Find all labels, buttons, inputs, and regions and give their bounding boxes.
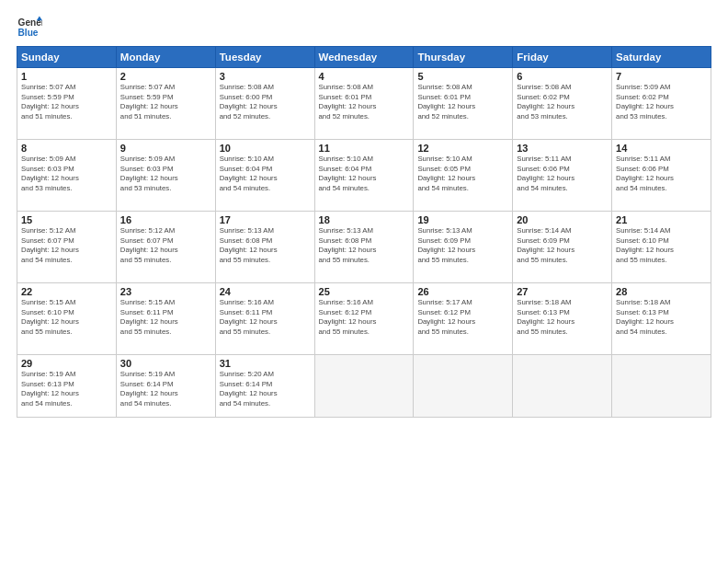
day-info: Sunrise: 5:16 AM Sunset: 6:11 PM Dayligh… [220,298,311,337]
day-info: Sunrise: 5:14 AM Sunset: 6:09 PM Dayligh… [517,226,608,265]
day-number: 19 [417,214,508,225]
header-row: SundayMondayTuesdayWednesdayThursdayFrid… [17,47,711,68]
week-row-3: 15Sunrise: 5:12 AM Sunset: 6:07 PM Dayli… [17,212,711,283]
day-cell-24: 24Sunrise: 5:16 AM Sunset: 6:11 PM Dayli… [215,283,314,355]
day-number: 8 [21,143,112,154]
day-info: Sunrise: 5:18 AM Sunset: 6:13 PM Dayligh… [616,298,707,337]
day-number: 9 [120,143,211,154]
day-number: 20 [517,214,608,225]
day-cell-19: 19Sunrise: 5:13 AM Sunset: 6:09 PM Dayli… [414,212,513,283]
col-header-friday: Friday [513,47,612,68]
day-number: 11 [319,143,410,154]
day-cell-28: 28Sunrise: 5:18 AM Sunset: 6:13 PM Dayli… [612,283,711,355]
day-cell-4: 4Sunrise: 5:08 AM Sunset: 6:01 PM Daylig… [314,68,414,140]
calendar-table: SundayMondayTuesdayWednesdayThursdayFrid… [17,46,711,418]
day-cell-18: 18Sunrise: 5:13 AM Sunset: 6:08 PM Dayli… [314,212,414,283]
day-cell-1: 1Sunrise: 5:07 AM Sunset: 5:59 PM Daylig… [17,68,117,140]
day-info: Sunrise: 5:20 AM Sunset: 6:14 PM Dayligh… [220,370,311,408]
day-info: Sunrise: 5:12 AM Sunset: 6:07 PM Dayligh… [120,226,211,265]
day-info: Sunrise: 5:18 AM Sunset: 6:13 PM Dayligh… [517,298,608,337]
day-info: Sunrise: 5:15 AM Sunset: 6:10 PM Dayligh… [21,298,112,337]
day-number: 25 [319,286,410,297]
day-info: Sunrise: 5:16 AM Sunset: 6:12 PM Dayligh… [319,298,410,337]
day-cell-26: 26Sunrise: 5:17 AM Sunset: 6:12 PM Dayli… [414,283,513,355]
day-info: Sunrise: 5:09 AM Sunset: 6:02 PM Dayligh… [616,83,707,121]
svg-text:Blue: Blue [18,28,39,38]
day-cell-5: 5Sunrise: 5:08 AM Sunset: 6:01 PM Daylig… [414,68,513,140]
day-cell-12: 12Sunrise: 5:10 AM Sunset: 6:05 PM Dayli… [414,140,513,212]
day-cell-2: 2Sunrise: 5:07 AM Sunset: 5:59 PM Daylig… [116,68,215,140]
empty-cell [414,355,513,418]
day-info: Sunrise: 5:07 AM Sunset: 5:59 PM Dayligh… [120,83,211,121]
logo-icon: General Blue [17,15,42,40]
day-cell-10: 10Sunrise: 5:10 AM Sunset: 6:04 PM Dayli… [215,140,314,212]
day-info: Sunrise: 5:11 AM Sunset: 6:06 PM Dayligh… [517,155,608,193]
day-number: 15 [21,214,112,225]
day-cell-21: 21Sunrise: 5:14 AM Sunset: 6:10 PM Dayli… [612,212,711,283]
empty-cell [314,355,414,418]
day-info: Sunrise: 5:10 AM Sunset: 6:05 PM Dayligh… [417,155,508,193]
day-info: Sunrise: 5:08 AM Sunset: 6:01 PM Dayligh… [417,83,508,121]
day-info: Sunrise: 5:19 AM Sunset: 6:14 PM Dayligh… [120,370,211,408]
day-info: Sunrise: 5:11 AM Sunset: 6:06 PM Dayligh… [616,155,707,193]
empty-cell [513,355,612,418]
day-number: 29 [21,358,112,369]
day-number: 5 [417,71,508,82]
col-header-wednesday: Wednesday [314,47,414,68]
day-cell-23: 23Sunrise: 5:15 AM Sunset: 6:11 PM Dayli… [116,283,215,355]
day-cell-11: 11Sunrise: 5:10 AM Sunset: 6:04 PM Dayli… [314,140,414,212]
header: General Blue [17,15,711,40]
day-number: 12 [417,143,508,154]
day-info: Sunrise: 5:07 AM Sunset: 5:59 PM Dayligh… [21,83,112,121]
day-info: Sunrise: 5:10 AM Sunset: 6:04 PM Dayligh… [220,155,311,193]
day-number: 28 [616,286,707,297]
day-number: 24 [220,286,311,297]
day-cell-7: 7Sunrise: 5:09 AM Sunset: 6:02 PM Daylig… [612,68,711,140]
day-number: 6 [517,71,608,82]
day-info: Sunrise: 5:14 AM Sunset: 6:10 PM Dayligh… [616,226,707,265]
day-cell-3: 3Sunrise: 5:08 AM Sunset: 6:00 PM Daylig… [215,68,314,140]
day-info: Sunrise: 5:08 AM Sunset: 6:00 PM Dayligh… [220,83,311,121]
col-header-tuesday: Tuesday [215,47,314,68]
day-info: Sunrise: 5:09 AM Sunset: 6:03 PM Dayligh… [120,155,211,193]
day-info: Sunrise: 5:08 AM Sunset: 6:01 PM Dayligh… [319,83,410,121]
day-info: Sunrise: 5:15 AM Sunset: 6:11 PM Dayligh… [120,298,211,337]
day-number: 26 [417,286,508,297]
day-cell-16: 16Sunrise: 5:12 AM Sunset: 6:07 PM Dayli… [116,212,215,283]
day-number: 10 [220,143,311,154]
day-cell-9: 9Sunrise: 5:09 AM Sunset: 6:03 PM Daylig… [116,140,215,212]
day-number: 30 [120,358,211,369]
day-cell-22: 22Sunrise: 5:15 AM Sunset: 6:10 PM Dayli… [17,283,117,355]
day-info: Sunrise: 5:13 AM Sunset: 6:08 PM Dayligh… [220,226,311,265]
day-number: 14 [616,143,707,154]
day-number: 3 [220,71,311,82]
day-info: Sunrise: 5:13 AM Sunset: 6:08 PM Dayligh… [319,226,410,265]
day-cell-13: 13Sunrise: 5:11 AM Sunset: 6:06 PM Dayli… [513,140,612,212]
day-number: 7 [616,71,707,82]
day-number: 4 [319,71,410,82]
day-number: 21 [616,214,707,225]
week-row-5: 29Sunrise: 5:19 AM Sunset: 6:13 PM Dayli… [17,355,711,418]
day-cell-6: 6Sunrise: 5:08 AM Sunset: 6:02 PM Daylig… [513,68,612,140]
week-row-4: 22Sunrise: 5:15 AM Sunset: 6:10 PM Dayli… [17,283,711,355]
day-number: 23 [120,286,211,297]
day-cell-8: 8Sunrise: 5:09 AM Sunset: 6:03 PM Daylig… [17,140,117,212]
day-cell-20: 20Sunrise: 5:14 AM Sunset: 6:09 PM Dayli… [513,212,612,283]
day-cell-31: 31Sunrise: 5:20 AM Sunset: 6:14 PM Dayli… [215,355,314,418]
day-cell-27: 27Sunrise: 5:18 AM Sunset: 6:13 PM Dayli… [513,283,612,355]
day-number: 31 [220,358,311,369]
day-number: 16 [120,214,211,225]
logo: General Blue [17,15,42,40]
day-info: Sunrise: 5:17 AM Sunset: 6:12 PM Dayligh… [417,298,508,337]
week-row-2: 8Sunrise: 5:09 AM Sunset: 6:03 PM Daylig… [17,140,711,212]
day-cell-15: 15Sunrise: 5:12 AM Sunset: 6:07 PM Dayli… [17,212,117,283]
day-number: 2 [120,71,211,82]
day-cell-30: 30Sunrise: 5:19 AM Sunset: 6:14 PM Dayli… [116,355,215,418]
day-number: 17 [220,214,311,225]
col-header-sunday: Sunday [17,47,117,68]
day-cell-14: 14Sunrise: 5:11 AM Sunset: 6:06 PM Dayli… [612,140,711,212]
day-number: 22 [21,286,112,297]
col-header-monday: Monday [116,47,215,68]
day-info: Sunrise: 5:12 AM Sunset: 6:07 PM Dayligh… [21,226,112,265]
day-cell-25: 25Sunrise: 5:16 AM Sunset: 6:12 PM Dayli… [314,283,414,355]
